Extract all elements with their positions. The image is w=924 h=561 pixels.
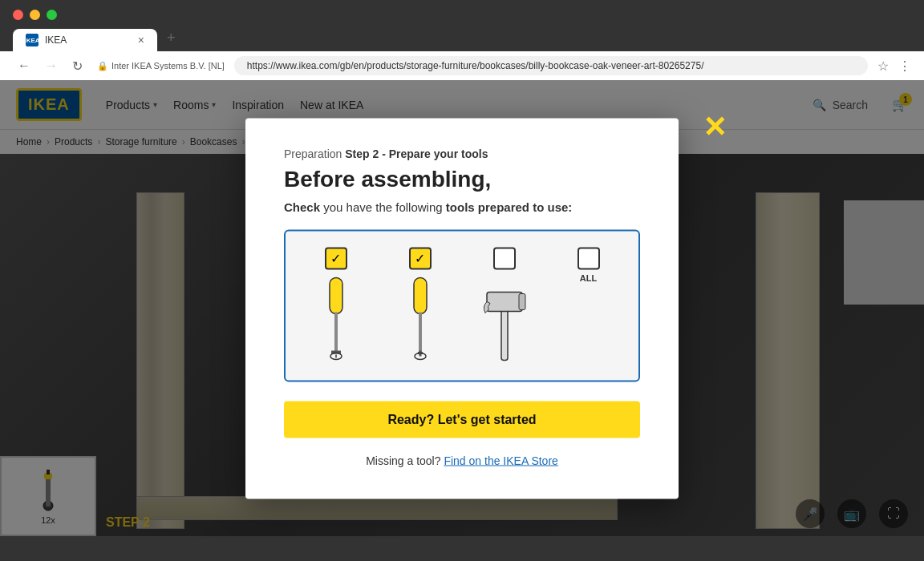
svg-rect-4 — [330, 277, 342, 313]
tool-hammer — [470, 247, 538, 364]
tool-checkbox-phillips[interactable]: ✓ — [409, 247, 432, 269]
browser-tab[interactable]: IKEA IKEA × — [13, 29, 157, 51]
svg-rect-15 — [487, 292, 522, 311]
modal-close-button[interactable]: ✕ — [703, 110, 727, 143]
modal-subtitle: Check you have the following tools prepa… — [284, 200, 640, 213]
tool-image-all-placeholder — [565, 289, 613, 345]
tool-flat-screwdriver: ✓ — [302, 247, 370, 364]
tool-checkbox-flat[interactable]: ✓ — [325, 247, 347, 269]
address-bar: ← → ↻ 🔒 Inter IKEA Systems B.V. [NL] ☆ ⋮ — [0, 51, 924, 80]
browser-chrome: IKEA IKEA × + ← → ↻ 🔒 Inter IKEA Systems… — [0, 0, 924, 80]
tool-image-phillips — [396, 276, 444, 364]
url-input[interactable] — [234, 56, 868, 75]
all-label: ALL — [580, 272, 597, 282]
svg-rect-9 — [414, 277, 427, 313]
menu-icon[interactable]: ⋮ — [898, 59, 911, 74]
svg-rect-14 — [501, 308, 508, 360]
modal-title: Before assembling, — [284, 166, 640, 192]
modal-step-label: Preparation Step 2 - Prepare your tools — [284, 147, 640, 159]
new-tab-button[interactable]: + — [157, 25, 185, 51]
tab-title: IKEA — [45, 34, 67, 46]
tools-modal: ✕ Preparation Step 2 - Prepare your tool… — [245, 118, 679, 498]
tool-checkbox-hammer[interactable] — [493, 247, 516, 269]
tab-close-button[interactable]: × — [138, 34, 144, 46]
missing-tool-section: Missing a tool? Find on the IKEA Store — [284, 454, 640, 466]
tool-checkbox-all[interactable] — [578, 247, 600, 269]
svg-rect-5 — [334, 312, 338, 352]
get-started-button[interactable]: Ready? Let's get started — [284, 401, 640, 438]
maximize-traffic-light[interactable] — [47, 10, 57, 20]
bookmark-icon[interactable]: ☆ — [877, 59, 889, 74]
svg-rect-16 — [519, 293, 525, 309]
reload-button[interactable]: ↻ — [67, 57, 87, 75]
tool-image-flat — [312, 276, 360, 364]
tool-phillips-screwdriver: ✓ — [386, 247, 454, 364]
find-on-ikea-store-link[interactable]: Find on the IKEA Store — [444, 454, 557, 466]
ikea-site: IKEA Products ▾ Rooms ▾ Inspiration New … — [0, 80, 924, 536]
back-button[interactable]: ← — [13, 57, 35, 75]
svg-rect-10 — [419, 312, 422, 352]
tool-image-hammer — [480, 276, 529, 364]
secure-badge: 🔒 Inter IKEA Systems B.V. [NL] — [97, 61, 225, 71]
minimize-traffic-light[interactable] — [30, 10, 40, 20]
forward-button[interactable]: → — [40, 57, 63, 75]
close-traffic-light[interactable] — [13, 10, 23, 20]
tools-container: ✓ ✓ — [284, 229, 640, 381]
tab-favicon: IKEA — [26, 34, 38, 46]
tool-all: ALL — [554, 247, 622, 364]
